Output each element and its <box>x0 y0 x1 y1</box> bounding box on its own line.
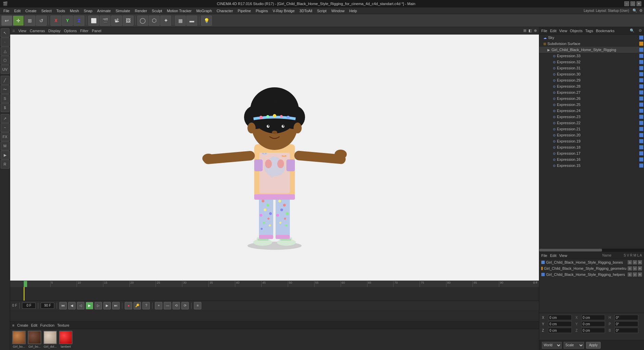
floor-tool[interactable]: ▬ <box>186 16 197 26</box>
menu-snap[interactable]: Snap <box>82 8 95 14</box>
menu-vray[interactable]: V-Ray Bridge <box>271 8 297 14</box>
render-to-po[interactable]: 🖼 <box>123 16 134 26</box>
tree-item-expr29[interactable]: ⊙ Expression.29 <box>539 77 644 83</box>
go-to-start-button[interactable]: ⏮ <box>59 302 67 309</box>
vp-filter[interactable]: Filter <box>80 29 88 33</box>
axis-z[interactable]: Z <box>74 16 84 26</box>
maximize-button[interactable]: □ <box>630 1 635 6</box>
autokey-button[interactable]: ? <box>142 302 150 309</box>
coord-hz-input[interactable] <box>581 328 605 333</box>
scene-objects[interactable]: Objects <box>570 29 582 33</box>
close-button[interactable]: ✕ <box>637 1 641 6</box>
material-function[interactable]: Function <box>40 323 54 327</box>
grid-tool[interactable]: ▦ <box>175 16 186 26</box>
obj-bones-icon-r[interactable]: R <box>638 260 642 264</box>
sidebar-btn-edges[interactable]: △ <box>1 47 9 56</box>
material-item-3[interactable]: lambert <box>59 331 73 348</box>
menu-select[interactable]: Select <box>39 8 54 14</box>
sidebar-btn-poly[interactable]: ⬡ <box>1 56 9 65</box>
obj-helpers-icon-v[interactable]: V <box>633 272 637 277</box>
menu-help[interactable]: Help <box>347 8 359 14</box>
tree-item-expr24[interactable]: ⊙ Expression.24 <box>539 108 644 114</box>
scene-tags[interactable]: Tags <box>585 29 593 33</box>
obj-item-bones[interactable]: Girl_Child_Black_Home_Style_Rigging_bone… <box>539 259 644 265</box>
sidebar-btn-anim[interactable]: ▶ <box>1 151 9 159</box>
menu-animate[interactable]: Animate <box>95 8 113 14</box>
obj-geom-icon-r[interactable]: R <box>638 266 642 270</box>
sidebar-btn-points[interactable]: · <box>1 38 9 46</box>
render-region[interactable]: ⬜ <box>88 16 99 26</box>
obj-bones-icon-s[interactable]: S <box>628 260 632 264</box>
sidebar-btn-bend[interactable]: ↗ <box>1 114 9 123</box>
material-texture[interactable]: Texture <box>57 323 69 327</box>
vp-view[interactable]: View <box>18 29 26 33</box>
axis-y[interactable]: Y <box>62 16 73 26</box>
next-frame-button[interactable]: ▶ <box>103 302 111 309</box>
bounce-button[interactable]: ⟳ <box>181 302 189 309</box>
record-button[interactable]: ● <box>125 302 132 309</box>
tree-item-expr32[interactable]: ⊙ Expression.32 <box>539 59 644 65</box>
tree-item-subdiv[interactable]: ⊞ Subdivision Surface <box>539 41 644 47</box>
scene-scrollbar[interactable] <box>539 249 644 251</box>
scene-search-icon[interactable]: 🔍 <box>630 28 635 33</box>
obj-bones-icon-v[interactable]: V <box>633 260 637 264</box>
menu-script[interactable]: Script <box>315 8 328 14</box>
tree-item-sky[interactable]: ☁ Sky <box>539 35 644 41</box>
timeline-options[interactable]: ≡ <box>194 302 201 309</box>
rotate-tool[interactable]: ↺ <box>36 16 47 26</box>
viewport-3d[interactable] <box>10 35 539 281</box>
tree-item-expr31[interactable]: ⊙ Expression.31 <box>539 65 644 71</box>
tree-item-expr30[interactable]: ⊙ Expression.30 <box>539 71 644 77</box>
scene-settings-icon[interactable]: ⚙ <box>639 28 642 33</box>
tree-item-expr28[interactable]: ⊙ Expression.28 <box>539 83 644 89</box>
tree-item-expr20[interactable]: ⊙ Expression.20 <box>539 132 644 138</box>
coord-b-input[interactable] <box>615 328 638 333</box>
vp-cameras[interactable]: Cameras <box>30 29 45 33</box>
minus-key-button[interactable]: — <box>164 302 171 309</box>
sidebar-btn-fx[interactable]: FX <box>1 132 9 141</box>
settings-icon[interactable]: ⚙ <box>639 8 643 13</box>
render-active[interactable]: 🎬 <box>100 16 110 26</box>
apply-button[interactable]: Apply <box>586 342 601 349</box>
tree-item-expr33[interactable]: ⊙ Expression.33 <box>539 53 644 59</box>
timeline-content[interactable] <box>10 287 539 301</box>
sidebar-btn-spline[interactable]: 〜 <box>1 85 9 94</box>
vp-options[interactable]: Options <box>64 29 77 33</box>
scene-tree[interactable]: ☁ Sky ⊞ Subdivision Surface ▶ Girl_Child… <box>539 35 644 249</box>
plus-key-button[interactable]: + <box>155 302 162 309</box>
vp-nav1[interactable]: ⊞ <box>523 28 526 33</box>
vp-nav2[interactable]: ◧ <box>528 28 532 33</box>
obj-file[interactable]: File <box>541 254 547 258</box>
coord-hx-input[interactable] <box>581 315 605 320</box>
obj-geom-icon-v[interactable]: V <box>633 266 637 270</box>
vp-panel[interactable]: Panel <box>92 29 101 33</box>
tree-item-expr23[interactable]: ⊙ Expression.23 <box>539 114 644 120</box>
move-tool[interactable]: ✛ <box>13 16 24 26</box>
material-item-2[interactable]: Girl_dol... <box>43 331 57 348</box>
obj-item-geom[interactable]: Girl_Child_Black_Home_Style_Rigging_geom… <box>539 265 644 271</box>
tree-item-expr21[interactable]: ⊙ Expression.21 <box>539 126 644 132</box>
menu-motion-tracker[interactable]: Motion Tracker <box>165 8 194 14</box>
sidebar-btn-paint[interactable]: $ <box>1 103 9 112</box>
sidebar-btn-rigging[interactable]: R <box>1 160 9 169</box>
obj-item-helpers[interactable]: Girl_Child_Black_Home_Style_Rigging_help… <box>539 271 644 278</box>
undo-button[interactable]: ↩ <box>1 16 12 26</box>
prev-keyframe-button[interactable]: ◁ <box>77 302 84 309</box>
sidebar-btn-deform[interactable]: ~ <box>1 123 9 132</box>
render-all[interactable]: 📽 <box>111 16 122 26</box>
material-item-0[interactable]: Girl_bo... <box>12 331 26 348</box>
scene-view[interactable]: View <box>559 29 567 33</box>
go-to-end-button[interactable]: ⏭ <box>112 302 120 309</box>
menu-edit[interactable]: Edit <box>12 8 23 14</box>
material-item-1[interactable]: Girl_bo... <box>28 331 41 348</box>
tree-item-expr18[interactable]: ⊙ Expression.18 <box>539 144 644 150</box>
coord-hy-input[interactable] <box>581 321 605 327</box>
viewport-menu-icon[interactable]: ≡ <box>12 28 15 34</box>
minimize-button[interactable]: – <box>624 1 629 6</box>
prev-frame-button[interactable]: ◀ <box>68 302 76 309</box>
tree-item-expr27[interactable]: ⊙ Expression.27 <box>539 89 644 95</box>
menu-window[interactable]: Window <box>329 8 346 14</box>
sidebar-btn-mograph[interactable]: M <box>1 141 9 150</box>
obj-helpers-icon-r[interactable]: R <box>638 272 642 277</box>
menu-pipeline[interactable]: Pipeline <box>236 8 253 14</box>
